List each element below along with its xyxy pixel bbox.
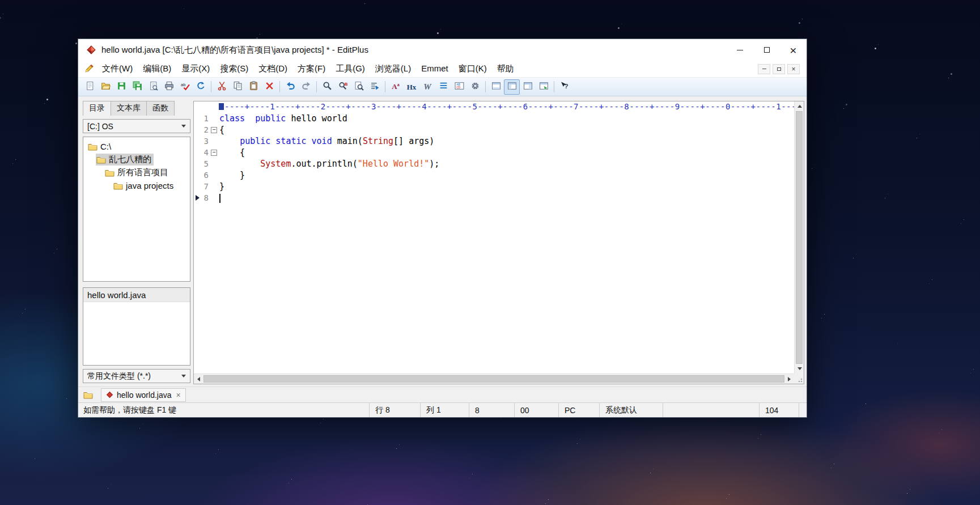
toggle-cliptext-button[interactable] — [520, 79, 536, 95]
copy-button[interactable] — [230, 79, 245, 95]
auto-completion-icon: ABCD — [455, 81, 464, 93]
horizontal-scrollbar[interactable] — [194, 374, 794, 384]
replace-button[interactable]: B — [335, 79, 351, 95]
spell-check-button[interactable]: ab — [177, 79, 193, 95]
save-all-button[interactable] — [129, 79, 145, 95]
print-button[interactable] — [161, 79, 177, 95]
resize-grip[interactable] — [794, 374, 804, 384]
title-bar[interactable]: hello world.java [C:\乱七八糟的\所有语言项目\java p… — [78, 39, 807, 61]
directory-tree: C:\乱七八糟的所有语言项目java projects — [83, 137, 190, 282]
line-spacing-button[interactable] — [435, 79, 451, 95]
menu-item[interactable]: 搜索(S) — [215, 61, 253, 77]
code-token: public — [240, 136, 270, 146]
line-number: 7 — [194, 182, 209, 191]
goto-line-button[interactable] — [367, 79, 383, 95]
code-text: { — [219, 147, 245, 158]
code-line[interactable]: 1class public hello world — [194, 113, 794, 124]
scroll-left-button[interactable] — [194, 374, 203, 384]
word-wrap-button[interactable]: W — [419, 79, 435, 95]
tab-close-icon[interactable]: × — [176, 391, 181, 399]
vertical-scrollbar-thumb[interactable] — [796, 111, 803, 364]
tree-item[interactable]: 所有语言项目 — [83, 166, 190, 179]
menu-item[interactable]: 编辑(B) — [138, 61, 176, 77]
menu-item[interactable]: 文件(W) — [97, 61, 138, 77]
code-line[interactable]: 3 public static void main(String[] args) — [194, 135, 794, 147]
status-value: 104 — [759, 403, 799, 417]
close-button[interactable]: × — [780, 39, 807, 61]
sidebar-tab-2[interactable]: 函数 — [146, 101, 175, 116]
toggle-sidebar-button[interactable] — [504, 79, 520, 95]
ruler-text: ----+----1----+----2----+----3----+----4… — [224, 102, 794, 111]
menu-item[interactable]: 窗口(K) — [453, 61, 492, 77]
menu-item[interactable]: 浏览器(L) — [370, 61, 416, 77]
minimize-button[interactable] — [727, 39, 753, 61]
menu-item[interactable]: 方案(F) — [292, 61, 330, 77]
font-size-button[interactable]: Aa — [388, 79, 404, 95]
code-line[interactable]: 8 — [194, 192, 794, 203]
tree-item[interactable]: C:\ — [83, 140, 190, 153]
mdi-minimize-button[interactable] — [758, 64, 770, 74]
hex-viewer-button[interactable]: Hx — [404, 79, 419, 95]
drive-select[interactable]: [C:] OS — [83, 119, 190, 133]
save-icon — [117, 81, 126, 93]
ruler-caret-icon — [219, 103, 224, 110]
status-line: 行 8 — [369, 403, 420, 417]
save-button[interactable] — [113, 79, 129, 95]
paste-button[interactable] — [245, 79, 261, 95]
browser-preview-button[interactable] — [536, 79, 551, 95]
scroll-up-button[interactable] — [795, 101, 804, 111]
file-filter-select[interactable]: 常用文件类型 (*.*) — [83, 369, 190, 383]
tree-item[interactable]: 乱七八糟的 — [83, 153, 190, 166]
sidebar-tab-1[interactable]: 文本库 — [111, 101, 147, 116]
mdi-restore-button[interactable] — [773, 64, 785, 74]
new-document-button[interactable] — [82, 79, 97, 95]
menu-item[interactable]: 工具(G) — [330, 61, 370, 77]
code-text: class public hello world — [219, 113, 347, 124]
fold-toggle-icon[interactable]: − — [211, 150, 217, 156]
menu-item[interactable]: 文档(D) — [253, 61, 292, 77]
code-line[interactable]: 5 System.out.println("Hello World!"); — [194, 158, 794, 169]
menu-item[interactable]: Emmet — [416, 61, 453, 77]
sidebar-tab-0[interactable]: 目录 — [83, 101, 111, 116]
code-line[interactable]: 4− { — [194, 147, 794, 158]
reload-button[interactable] — [193, 79, 209, 95]
code-line[interactable]: 2−{ — [194, 124, 794, 135]
scroll-right-button[interactable] — [784, 374, 794, 384]
vertical-scrollbar[interactable] — [794, 101, 804, 374]
tree-item[interactable]: java projects — [83, 179, 190, 192]
print-preview-button[interactable] — [145, 79, 161, 95]
code-line[interactable]: 6 } — [194, 169, 794, 181]
reload-icon — [196, 81, 206, 93]
cut-button[interactable] — [214, 79, 230, 95]
settings-icon — [470, 81, 480, 93]
auto-completion-button[interactable]: ABCD — [451, 79, 467, 95]
scroll-down-button[interactable] — [795, 364, 804, 374]
sidebar: 目录文本库函数 [C:] OS C:\乱七八糟的所有语言项目java proje… — [78, 96, 192, 387]
delete-button[interactable] — [261, 79, 277, 95]
code-area[interactable]: 1class public hello world2−{3 public sta… — [194, 112, 794, 374]
menu-item[interactable]: 帮助 — [492, 61, 519, 77]
settings-button[interactable] — [467, 79, 483, 95]
context-help-button[interactable]: ? — [557, 79, 572, 95]
menu-item[interactable]: 显示(X) — [176, 61, 215, 77]
file-list-item[interactable]: hello world.java — [83, 288, 190, 302]
open-file-button[interactable] — [97, 79, 113, 95]
find-button[interactable] — [319, 79, 335, 95]
code-token: { — [219, 147, 245, 158]
fold-toggle-icon[interactable]: − — [211, 127, 217, 133]
code-token: } — [219, 170, 245, 180]
horizontal-scrollbar-thumb[interactable] — [203, 375, 784, 383]
editor[interactable]: ----+----1----+----2----+----3----+----4… — [193, 101, 804, 384]
tab-list-folder-icon[interactable] — [83, 391, 93, 399]
tree-item-label: java projects — [126, 181, 173, 190]
undo-button[interactable] — [282, 79, 298, 95]
tree-item-content: java projects — [113, 180, 176, 191]
folder-icon — [96, 156, 106, 164]
code-line[interactable]: 7} — [194, 181, 794, 192]
find-in-files-button[interactable] — [351, 79, 367, 95]
maximize-button[interactable] — [753, 39, 780, 61]
redo-button[interactable] — [298, 79, 314, 95]
toggle-output-button[interactable] — [488, 79, 504, 95]
document-tab[interactable]: hello world.java× — [101, 388, 186, 402]
mdi-close-button[interactable]: × — [787, 64, 800, 74]
